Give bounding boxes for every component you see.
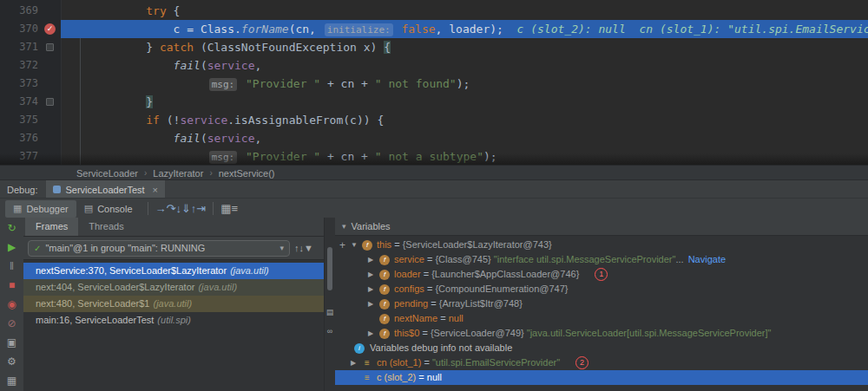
code-token: { bbox=[384, 41, 391, 54]
gutter-icon-area[interactable] bbox=[38, 93, 61, 111]
code-text[interactable]: if (!service.isAssignableFrom(c)) { bbox=[61, 111, 868, 129]
layout-settings-icon[interactable]: ≡ bbox=[232, 202, 239, 215]
frame-row[interactable]: next:404, ServiceLoader$LazyIterator(jav… bbox=[23, 279, 324, 296]
variable-row[interactable]: ▶fconfigs = {CompoundEnumeration@747} bbox=[335, 282, 868, 297]
equals-sign: = bbox=[421, 267, 432, 282]
console-tab-label: Console bbox=[97, 204, 132, 214]
breadcrumb-item[interactable]: LazyIterator bbox=[153, 168, 203, 179]
equals-sign: = bbox=[424, 282, 436, 297]
code-token bbox=[78, 59, 174, 72]
code-token: } bbox=[146, 95, 153, 108]
rerun-icon[interactable]: ↻ bbox=[7, 222, 16, 234]
variable-value-ref: {ServiceLoader@749} bbox=[431, 326, 527, 341]
resume-icon[interactable]: ▶ bbox=[8, 241, 16, 253]
code-text[interactable]: } catch (ClassNotFoundException x) { bbox=[61, 38, 868, 56]
breadcrumb-item[interactable]: ServiceLoader bbox=[76, 168, 138, 179]
expand-arrow-icon[interactable]: ▶ bbox=[368, 282, 379, 297]
add-watch-icon[interactable]: + bbox=[339, 239, 345, 251]
tab-debugger[interactable]: ▦ Debugger bbox=[5, 200, 76, 218]
code-line[interactable]: 371 } catch (ClassNotFoundException x) { bbox=[0, 38, 868, 56]
variable-row[interactable]: ▶fpending = {ArrayList$Itr@748} bbox=[335, 297, 868, 311]
code-line[interactable]: 374 } bbox=[0, 93, 868, 111]
code-line[interactable]: 372 fail(service, bbox=[0, 56, 868, 75]
code-line[interactable]: 376 fail(service, bbox=[0, 129, 868, 147]
variable-row[interactable]: ▶floader = {Launcher$AppClassLoader@746}… bbox=[335, 267, 868, 282]
force-step-into-icon[interactable]: ⇓ bbox=[181, 202, 191, 215]
variable-row[interactable]: ▼fthis = {ServiceLoader$LazyIterator@743… bbox=[335, 238, 868, 252]
code-line[interactable]: 373 msg: "Provider " + cn + " not found"… bbox=[0, 75, 868, 93]
run-to-cursor-icon[interactable]: ⇥ bbox=[196, 202, 206, 215]
breadcrumb-item[interactable]: nextService() bbox=[219, 168, 275, 179]
code-token: false bbox=[401, 23, 435, 36]
thread-selector[interactable]: ✓ "main"@1 in group "main": RUNNING ▾ bbox=[28, 240, 290, 257]
breakpoint-icon[interactable]: ✓ bbox=[44, 23, 56, 35]
variable-row[interactable]: fnextName = null bbox=[335, 311, 868, 326]
code-text[interactable]: c = Class.forName(cn, initialize: false,… bbox=[61, 20, 868, 38]
tab-console[interactable]: ▤ Console bbox=[76, 200, 141, 218]
gutter-icon-area[interactable] bbox=[38, 38, 61, 56]
code-text[interactable]: try { bbox=[61, 2, 868, 20]
info-row[interactable]: iVariables debug info not available bbox=[335, 341, 868, 355]
mute-breakpoints-icon[interactable]: ⊘ bbox=[7, 317, 16, 329]
param-icon: ≡ bbox=[362, 358, 372, 368]
filter-icon[interactable]: ▼ bbox=[304, 243, 313, 253]
expand-arrow-icon[interactable]: ▼ bbox=[351, 238, 362, 252]
tab-serviceloadertest[interactable]: ServiceLoaderTest × bbox=[46, 180, 165, 199]
expand-arrow-icon[interactable]: ▶ bbox=[368, 267, 379, 282]
variable-row[interactable]: ▶fthis$0 = {ServiceLoader@749} "java.uti… bbox=[335, 326, 868, 341]
variable-row[interactable]: ▶fservice = {Class@745} "interface util.… bbox=[335, 252, 868, 267]
code-editor[interactable]: 369 try {370✓ c = Class.forName(cn, init… bbox=[0, 0, 868, 165]
expand-arrow-icon[interactable]: ▶ bbox=[368, 252, 379, 267]
layout-grid-icon[interactable]: ▦ bbox=[7, 375, 16, 387]
camera-icon[interactable]: ▣ bbox=[7, 336, 16, 349]
ellipsis-text: ... bbox=[675, 252, 686, 267]
code-token: fail bbox=[174, 132, 201, 145]
pause-icon[interactable]: ‖ bbox=[10, 260, 14, 272]
line-number: 371 bbox=[0, 38, 38, 56]
breadcrumb-separator-icon: › bbox=[209, 168, 212, 178]
view-breakpoints-icon[interactable]: ◉ bbox=[7, 298, 16, 310]
evaluate-expression-icon[interactable]: ▦ bbox=[220, 202, 231, 215]
close-icon[interactable]: × bbox=[153, 185, 158, 195]
gutter-icon-area[interactable] bbox=[38, 129, 61, 147]
code-text[interactable]: } bbox=[61, 93, 868, 111]
frame-row[interactable]: next:480, ServiceLoader$1(java.util) bbox=[23, 296, 324, 312]
field-icon: f bbox=[379, 314, 390, 324]
variable-name: service bbox=[394, 252, 424, 267]
show-execution-point-icon[interactable]: → bbox=[155, 202, 167, 215]
gutter-icon-area[interactable] bbox=[38, 75, 61, 93]
frame-row[interactable]: main:16, ServiceLoaderTest(util.spi) bbox=[23, 312, 324, 329]
expand-arrow-icon[interactable]: ▶ bbox=[351, 355, 362, 370]
navigate-link[interactable]: Navigate bbox=[688, 252, 726, 267]
code-text[interactable]: msg: "Provider " + cn + " not found"); bbox=[61, 75, 868, 93]
tab-frames[interactable]: Frames bbox=[25, 218, 78, 236]
watches-icon[interactable]: ∞ bbox=[325, 327, 335, 336]
editor-bottom-shade bbox=[0, 153, 868, 165]
fold-marker-icon[interactable] bbox=[46, 43, 54, 51]
frame-text: main:16, ServiceLoaderTest bbox=[36, 315, 154, 325]
gutter-icon-area[interactable] bbox=[38, 111, 61, 129]
variable-row[interactable]: ▶≡cn (slot_1) = "util.spi.EmailServicePr… bbox=[335, 355, 868, 370]
code-line[interactable]: 369 try { bbox=[0, 2, 868, 20]
scrollbar-thumb[interactable] bbox=[327, 247, 332, 290]
code-line[interactable]: 370✓ c = Class.forName(cn, initialize: f… bbox=[0, 20, 868, 38]
gutter-icon-area[interactable] bbox=[38, 56, 61, 75]
step-over-icon[interactable]: ↷ bbox=[167, 202, 176, 215]
gutter-icon-area[interactable]: ✓ bbox=[38, 20, 61, 38]
code-text[interactable]: fail(service, bbox=[61, 129, 868, 147]
expand-arrow-icon[interactable]: ▶ bbox=[368, 326, 379, 341]
variable-row[interactable]: ≡c (slot_2) = null bbox=[335, 370, 868, 385]
panel-splitter[interactable]: ▤ ∞ bbox=[324, 218, 336, 391]
stop-icon[interactable]: ■ bbox=[9, 279, 15, 291]
toolbar-separator bbox=[213, 202, 214, 215]
settings-gear-icon[interactable]: ⚙ bbox=[7, 355, 16, 368]
code-text[interactable]: fail(service, bbox=[61, 56, 868, 75]
expand-arrow-icon[interactable]: ▶ bbox=[368, 297, 379, 311]
tab-threads[interactable]: Threads bbox=[78, 218, 134, 236]
gutter-icon-area[interactable] bbox=[38, 2, 61, 20]
fold-marker-icon[interactable] bbox=[46, 98, 54, 106]
restore-view-icon[interactable]: ▤ bbox=[325, 308, 335, 316]
frame-row[interactable]: nextService:370, ServiceLoader$LazyItera… bbox=[23, 263, 324, 279]
code-token bbox=[78, 95, 146, 108]
code-line[interactable]: 375 if (!service.isAssignableFrom(c)) { bbox=[0, 111, 868, 129]
